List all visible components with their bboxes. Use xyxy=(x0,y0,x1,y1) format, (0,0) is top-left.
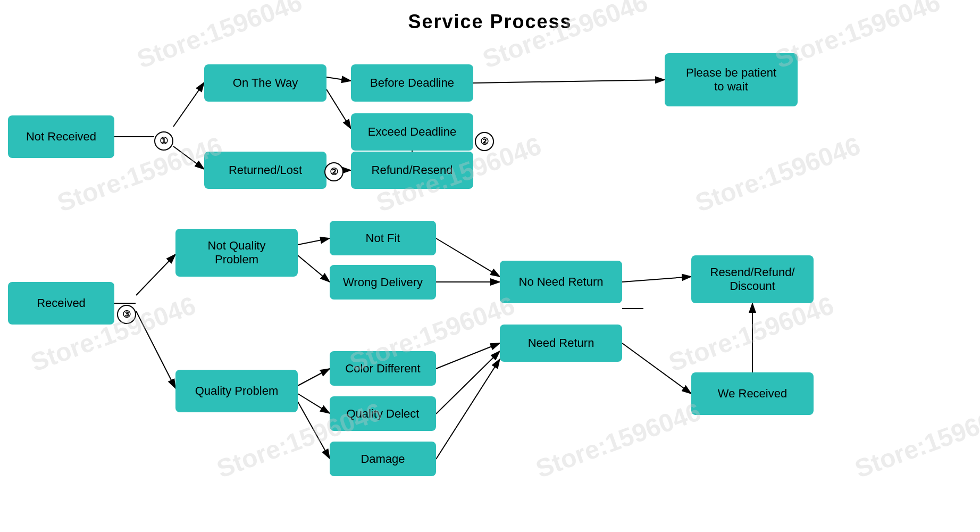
node-returned-lost: Returned/Lost xyxy=(204,152,326,189)
circle-label-1: ② xyxy=(324,162,344,181)
node-resend-refund-discount: Resend/Refund/ Discount xyxy=(691,255,814,303)
node-exceed-deadline: Exceed Deadline xyxy=(351,113,473,151)
svg-line-18 xyxy=(436,238,500,277)
node-quality-problem: Quality Problem xyxy=(175,370,298,412)
circle-label-3: ③ xyxy=(117,305,136,324)
node-quality-defect: Quality Delect xyxy=(330,396,436,431)
node-please-wait: Please be patient to wait xyxy=(665,53,798,106)
svg-line-13 xyxy=(298,238,330,245)
node-we-received: We Received xyxy=(691,372,814,415)
svg-line-22 xyxy=(436,359,500,459)
node-not-fit: Not Fit xyxy=(330,221,436,255)
node-received: Received xyxy=(8,282,114,325)
svg-line-5 xyxy=(326,89,351,129)
svg-line-15 xyxy=(298,369,330,386)
watermark-8: Store:1596046 xyxy=(665,290,837,377)
svg-line-14 xyxy=(298,255,330,282)
svg-line-3 xyxy=(173,146,204,169)
svg-line-23 xyxy=(622,277,691,282)
node-damage: Damage xyxy=(330,442,436,476)
svg-line-2 xyxy=(173,82,204,127)
node-on-the-way: On The Way xyxy=(204,64,326,102)
node-not-quality: Not Quality Problem xyxy=(175,229,298,277)
node-not-received: Not Received xyxy=(8,115,114,158)
svg-line-16 xyxy=(298,394,330,413)
node-refund-resend-top: Refund/Resend xyxy=(351,152,473,189)
node-wrong-delivery: Wrong Delivery xyxy=(330,265,436,300)
circle-label-2: ② xyxy=(475,132,494,151)
node-need-return: Need Return xyxy=(500,325,622,362)
svg-line-12 xyxy=(136,311,175,388)
watermark-10: Store:1596046 xyxy=(532,397,705,484)
svg-line-11 xyxy=(136,254,175,295)
watermark-11: Store:1596046 xyxy=(851,397,980,484)
svg-line-21 xyxy=(436,351,500,414)
svg-line-4 xyxy=(326,77,351,81)
node-color-different: Color Different xyxy=(330,351,436,386)
flow-arrows xyxy=(0,0,980,532)
circle-label-0: ① xyxy=(154,131,173,151)
watermark-5: Store:1596046 xyxy=(691,131,864,218)
page-title: Service Process xyxy=(0,0,980,33)
svg-line-20 xyxy=(436,343,500,369)
svg-line-24 xyxy=(622,343,691,394)
node-no-need-return: No Need Return xyxy=(500,261,622,303)
svg-line-9 xyxy=(473,80,665,83)
node-before-deadline: Before Deadline xyxy=(351,64,473,102)
svg-line-17 xyxy=(298,402,330,459)
